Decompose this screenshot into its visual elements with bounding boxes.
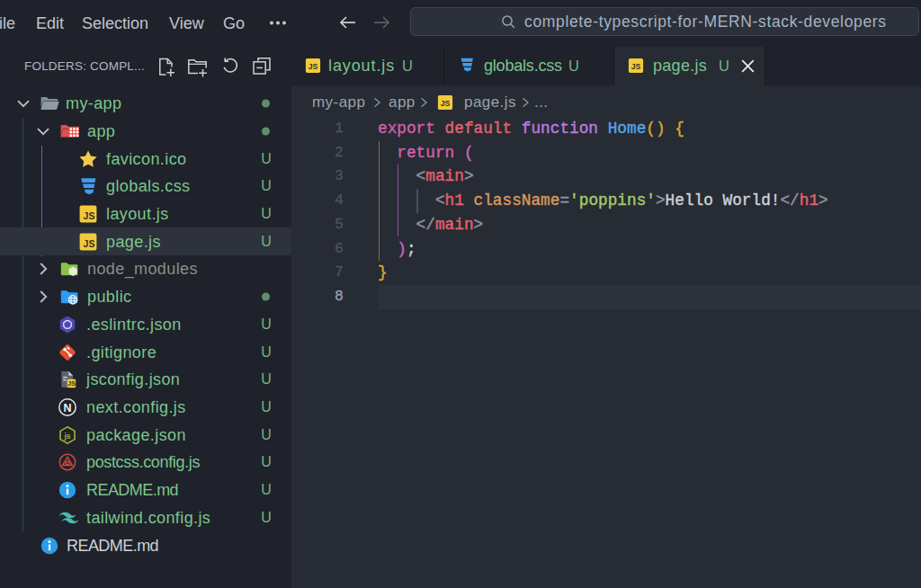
svg-text:N: N bbox=[64, 401, 72, 414]
svg-text:js: js bbox=[63, 431, 70, 440]
svg-text:JS: JS bbox=[308, 62, 318, 71]
svg-text:JS: JS bbox=[441, 99, 451, 108]
svg-text:JS: JS bbox=[631, 62, 641, 71]
svg-text:JS: JS bbox=[84, 238, 95, 249]
svg-text:JS: JS bbox=[67, 379, 76, 388]
svg-text:JS: JS bbox=[84, 210, 95, 221]
